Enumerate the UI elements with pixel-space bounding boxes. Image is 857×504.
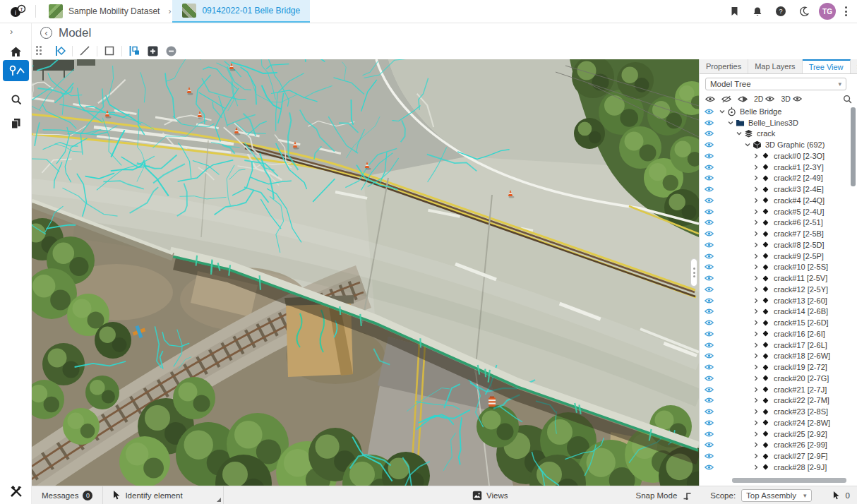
hide-all-icon[interactable] [721,95,731,103]
tree-row[interactable]: 3D Graphic (692) [700,139,849,150]
section-tool-icon[interactable] [52,44,68,59]
tab-properties[interactable]: Properties [700,59,748,73]
chevron-right-icon[interactable] [752,298,760,304]
tree-row[interactable]: crack#25 [2-92] [700,428,849,440]
eye-icon[interactable] [700,130,718,137]
tree-row[interactable]: crack#16 [2-6I] [700,328,849,340]
eye-icon[interactable] [700,330,718,337]
eye-icon[interactable] [700,364,718,371]
tree-row[interactable]: crack#23 [2-8S] [700,406,849,417]
chevron-down-icon[interactable] [718,109,726,114]
tree-row[interactable]: crack#12 [2-5Y] [700,284,849,295]
rail-expand-chevron-icon[interactable]: › [10,26,13,37]
tree-row[interactable]: crack [700,128,849,140]
sidebar-item-documents[interactable] [0,112,32,135]
tools-icon[interactable] [6,481,27,502]
tree-row[interactable]: crack#13 [2-60] [700,295,849,306]
chevron-right-icon[interactable] [752,387,760,392]
tree-row[interactable]: Belle Bridge [700,106,849,117]
sidebar-item-model-active[interactable] [3,60,29,81]
tree-row[interactable]: crack#1 [2-3Y] [700,162,849,173]
tree-row[interactable]: crack#2 [2-49] [700,173,849,184]
chevron-right-icon[interactable] [752,464,760,470]
chevron-right-icon[interactable] [752,342,760,348]
eye-icon[interactable] [700,197,718,204]
tree-row[interactable]: crack#26 [2-99] [700,440,849,451]
viewport-3d[interactable] [32,59,699,486]
eye-icon[interactable] [700,452,718,460]
chevron-right-icon[interactable] [752,376,760,381]
tree-row[interactable]: crack#27 [2-9F] [700,450,849,462]
active-tool-indicator[interactable]: Identify element [103,486,223,504]
tab-belle-bridge[interactable]: 09142022-01 Belle Bridge [172,0,310,23]
eye-icon[interactable] [700,230,718,237]
chevron-right-icon[interactable] [752,431,760,437]
scrollbar-thumb[interactable] [851,107,856,186]
chevron-right-icon[interactable] [752,231,760,236]
tree-horizontal-scrollbar[interactable] [705,478,852,483]
eye-icon[interactable] [700,141,718,148]
eye-icon[interactable] [700,419,718,426]
tree-selector-dropdown[interactable]: Model Tree ▾ [705,78,846,90]
panel-splitter-handle[interactable] [690,258,697,287]
eye-icon[interactable] [700,352,718,359]
chevron-right-icon[interactable] [752,175,760,181]
eye-icon[interactable] [700,308,718,315]
tree-row[interactable]: crack#14 [2-6B] [700,306,849,318]
eye-icon[interactable] [700,386,718,393]
eye-icon[interactable] [700,186,718,193]
eye-icon[interactable] [700,431,718,438]
breadcrumb-project[interactable]: Sample Mobility Dataset [42,0,167,23]
chevron-down-icon[interactable] [735,131,743,136]
views-button[interactable]: Views [472,486,508,504]
eye-icon[interactable] [700,275,718,282]
chevron-right-icon[interactable] [752,209,760,215]
tree-row[interactable]: crack#17 [2-6L] [700,340,849,351]
chevron-right-icon[interactable] [752,242,760,248]
chevron-right-icon[interactable] [752,320,760,325]
chevron-right-icon[interactable] [752,253,760,259]
tree-row[interactable]: crack#5 [2-4U] [700,206,849,217]
tree-row[interactable]: Belle_Lines3D [700,117,849,128]
tree-row[interactable]: crack#20 [2-7G] [700,373,849,384]
tree-row[interactable]: crack#7 [2-5B] [700,228,849,239]
tree-row[interactable]: crack#24 [2-8W] [700,417,849,428]
dark-mode-moon-icon[interactable] [796,3,813,20]
eye-icon[interactable] [700,108,718,115]
tabs-overflow-button[interactable]: › [851,59,857,73]
remove-selection-icon[interactable] [163,44,179,59]
chevron-right-icon[interactable] [752,275,760,281]
chevron-right-icon[interactable] [752,453,760,459]
eye-icon[interactable] [700,375,718,382]
chevron-right-icon[interactable] [752,442,760,448]
eye-icon[interactable] [700,219,718,226]
scope-dropdown[interactable]: Top Assembly ▾ [741,489,811,502]
chevron-right-icon[interactable] [752,353,760,359]
help-icon[interactable]: ? [772,3,789,20]
eye-icon[interactable] [700,208,718,215]
eye-icon[interactable] [700,397,718,404]
eye-icon[interactable] [700,241,718,248]
chevron-right-icon[interactable] [752,264,760,270]
tab-tree-view[interactable]: Tree View [803,59,851,73]
messages-button[interactable]: Messages 0 [32,486,102,504]
notifications-bell-icon[interactable] [749,3,766,20]
chevron-right-icon[interactable] [752,409,760,414]
tree-row[interactable]: crack#0 [2-3O] [700,150,849,162]
add-selection-icon[interactable] [145,44,160,59]
eye-icon[interactable] [700,286,718,293]
tree-row[interactable]: crack#6 [2-51] [700,217,849,229]
more-menu-icon[interactable] [842,4,850,19]
group-selection-tool-icon[interactable] [126,44,142,59]
tree-row[interactable]: crack#4 [2-4Q] [700,195,849,206]
itwin-logo-icon[interactable]: i T [6,3,30,20]
eye-icon[interactable] [700,263,718,270]
chevron-right-icon[interactable] [752,287,760,292]
eye-icon[interactable] [700,297,718,304]
eye-icon[interactable] [700,164,718,171]
chevron-right-icon[interactable] [752,308,760,314]
scrollbar-thumb[interactable] [732,478,846,483]
tree-row[interactable]: crack#8 [2-5D] [700,239,849,251]
snap-mode-icon[interactable] [683,491,692,500]
tree-row[interactable]: crack#22 [2-7M] [700,395,849,407]
